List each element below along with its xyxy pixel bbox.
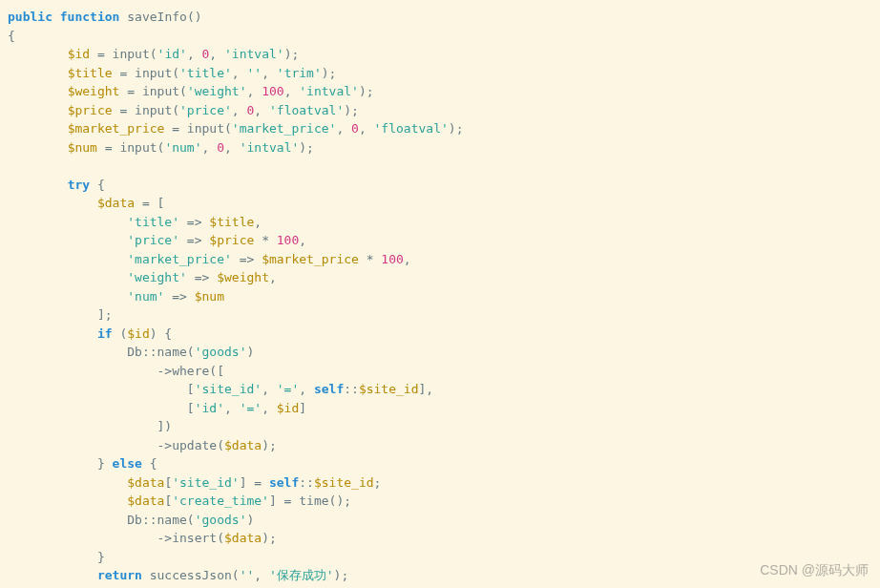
watermark: CSDN @源码大师	[760, 560, 869, 580]
kw-function: function	[60, 10, 120, 24]
fn-name: saveInfo	[127, 10, 187, 24]
code-block: public function saveInfo() { $id = input…	[8, 8, 872, 588]
kw-public: public	[8, 10, 52, 24]
